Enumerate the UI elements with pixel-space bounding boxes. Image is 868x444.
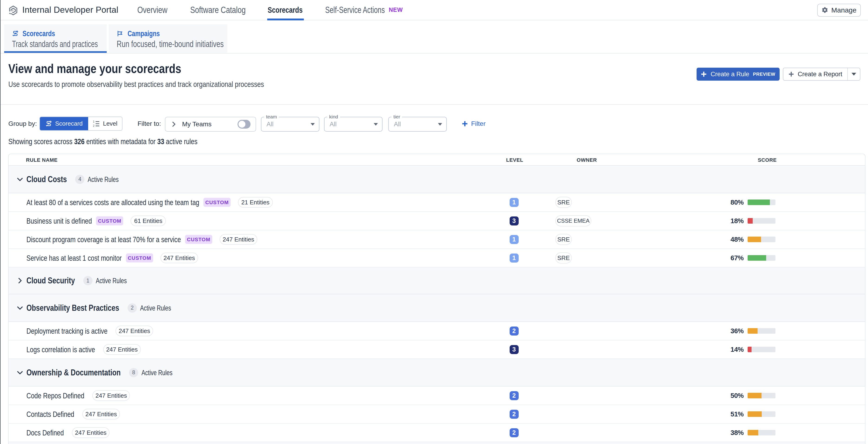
svg-text:1: 1 — [93, 121, 94, 123]
svg-text:2: 2 — [93, 124, 94, 127]
